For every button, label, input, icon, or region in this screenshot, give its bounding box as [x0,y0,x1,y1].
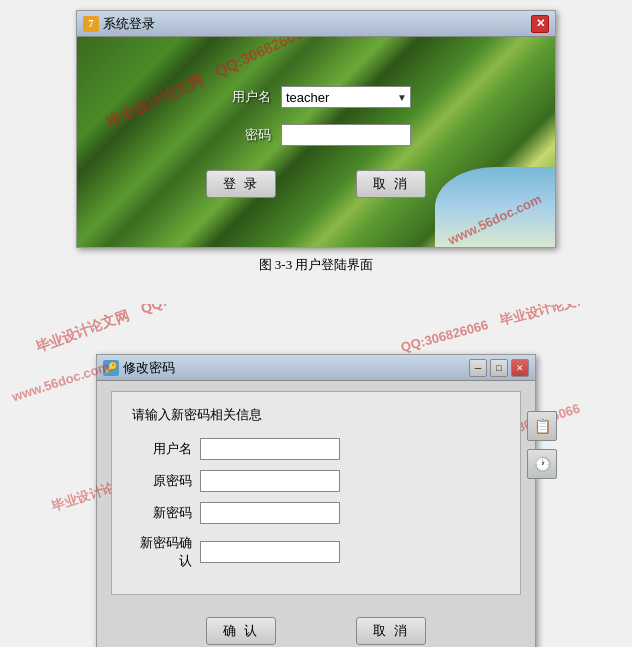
cancel-button-top[interactable]: 取 消 [356,170,426,198]
pwd-username-label: 用户名 [132,440,192,458]
mid-watermarks: 毕业设计论文网 QQ:306826066 QQ:306826066 毕业设计论文… [0,304,632,354]
pwd-username-row: 用户名 [132,438,500,460]
titlebar-left: 7 系统登录 [83,15,155,33]
pwd-titlebar-controls: ─ □ ✕ [469,359,529,377]
pwd-close-button[interactable]: ✕ [511,359,529,377]
confirm-pwd-label: 新密码确认 [132,534,192,570]
username-select-wrapper: teacher student admin ▼ [281,86,411,108]
mid-watermark-1: 毕业设计论文网 QQ:306826066 [33,304,235,354]
confirm-pwd-input[interactable] [200,541,340,563]
mid-watermark-2: QQ:306826066 毕业设计论文网 [399,304,591,354]
new-pwd-label: 新密码 [132,504,192,522]
pwd-titlebar: 🔑 修改密码 ─ □ ✕ [97,355,535,381]
pwd-window-title: 修改密码 [123,359,175,377]
username-row: 用户名 teacher student admin ▼ [221,86,411,108]
side-icons: 📋 🕐 [527,411,557,479]
login-window: 7 系统登录 ✕ 毕业设计论文网 QQ:306826066 www.56doc.… [76,10,556,248]
login-button-row: 登 录 取 消 [206,170,426,198]
login-caption: 图 3-3 用户登陆界面 [30,256,602,274]
pwd-inner-panel: 请输入新密码相关信息 用户名 原密码 新密码 新密码确认 [111,391,521,595]
password-input[interactable] [281,124,411,146]
login-window-title: 系统登录 [103,15,155,33]
username-label: 用户名 [221,88,271,106]
top-section: 7 系统登录 ✕ 毕业设计论文网 QQ:306826066 www.56doc.… [0,0,632,304]
pwd-body: 请输入新密码相关信息 用户名 原密码 新密码 新密码确认 [97,381,535,647]
pwd-button-row: 确 认 取 消 [111,609,521,645]
login-close-button[interactable]: ✕ [531,15,549,33]
pwd-maximize-button[interactable]: □ [490,359,508,377]
pwd-titlebar-left: 🔑 修改密码 [103,359,175,377]
old-pwd-row: 原密码 [132,470,500,492]
new-pwd-input[interactable] [200,502,340,524]
password-label: 密码 [221,126,271,144]
pwd-app-icon: 🔑 [103,360,119,376]
pwd-window: 🔑 修改密码 ─ □ ✕ 请输入新密码相关信息 用户名 原密码 [96,354,536,647]
username-select[interactable]: teacher student admin [281,86,411,108]
bottom-section: www.56doc.com QQ:306826066 毕业设计论文网 🔑 修改密… [0,354,632,647]
password-row: 密码 [221,124,411,146]
app-icon: 7 [83,16,99,32]
new-pwd-row: 新密码 [132,502,500,524]
login-titlebar: 7 系统登录 ✕ [77,11,555,37]
pwd-minimize-button[interactable]: ─ [469,359,487,377]
old-pwd-input[interactable] [200,470,340,492]
login-button[interactable]: 登 录 [206,170,276,198]
confirm-button[interactable]: 确 认 [206,617,276,645]
confirm-pwd-row: 新密码确认 [132,534,500,570]
side-icon-1[interactable]: 📋 [527,411,557,441]
cancel-button-pwd[interactable]: 取 消 [356,617,426,645]
pwd-inner-wrapper: 请输入新密码相关信息 用户名 原密码 新密码 新密码确认 [111,391,521,595]
login-body: 毕业设计论文网 QQ:306826066 www.56doc.com 用户名 t… [77,37,555,247]
pwd-panel-title: 请输入新密码相关信息 [132,406,500,424]
login-form: 用户名 teacher student admin ▼ 密码 [77,37,555,247]
old-pwd-label: 原密码 [132,472,192,490]
pwd-username-input[interactable] [200,438,340,460]
side-icon-2[interactable]: 🕐 [527,449,557,479]
